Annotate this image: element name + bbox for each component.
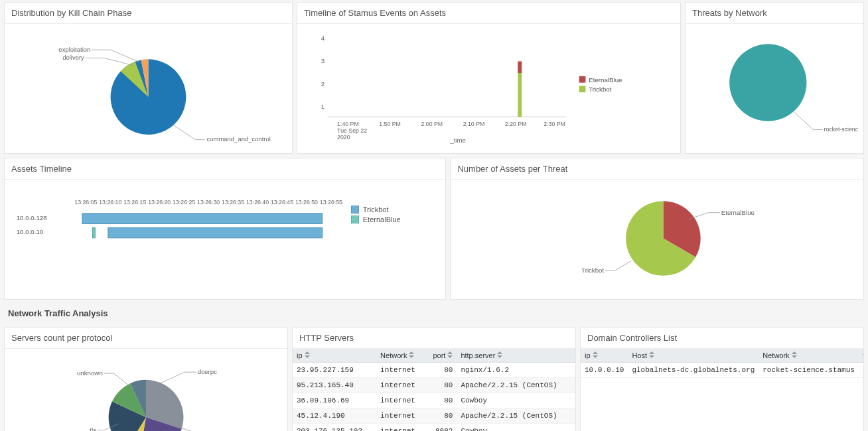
svg-text:rocket-science.stamus: rocket-science.stamus [824,126,858,133]
table-row[interactable]: 95.213.165.40internet80Apache/2.2.15 (Ce… [293,378,575,393]
label-delivery: delivery [62,54,84,61]
svg-line-67 [113,373,129,386]
panel-assets-per-threat: Number of Assets per Threat EternalBlue … [450,158,864,300]
col-network[interactable]: Network [759,349,859,363]
svg-text:Trickbot: Trickbot [589,86,612,93]
sort-icon[interactable] [305,351,310,358]
svg-text:Tue Sep 22: Tue Sep 22 [337,127,367,134]
svg-text:2:00 PM: 2:00 PM [421,121,443,127]
svg-text:13:26:20: 13:26:20 [148,199,171,206]
svg-point-26 [729,44,806,121]
svg-text:10.0.0.10: 10.0.0.10 [17,228,44,235]
svg-line-2 [104,58,133,65]
svg-text:13:26:50: 13:26:50 [295,199,318,206]
svg-text:unknown: unknown [77,369,103,377]
svg-text:3: 3 [321,57,325,64]
label-c2: command_and_control [207,135,271,143]
svg-line-49 [615,261,631,271]
panel-title: Distribution by Kill Chain Phase [5,3,292,24]
svg-rect-22 [579,76,586,83]
svg-text:2:20 PM: 2:20 PM [505,121,527,127]
panel-dc-list: Domain Controllers List ip Host Network … [580,327,864,431]
svg-text:4: 4 [321,34,325,42]
label-exploitation: exploitation [58,46,90,53]
panel-title: Assets Timeline [5,158,445,180]
panel-title: HTTP Servers [293,328,575,349]
svg-text:1:40 PM: 1:40 PM [337,121,359,127]
panel-threats-network: Threats by Network rocket-science.stamus [685,2,864,154]
sort-icon[interactable] [649,351,654,358]
panel-title: Threats by Network [686,3,863,24]
svg-text:1:50 PM: 1:50 PM [379,121,401,127]
svg-text:2:30 PM: 2:30 PM [543,121,565,127]
chart-threats-network[interactable]: rocket-science.stamus [686,24,863,153]
col-network[interactable]: Network [376,349,425,363]
svg-text:_time: _time [449,137,466,144]
panel-title: Domain Controllers List [581,328,863,349]
col-ip[interactable]: ip [581,349,628,363]
svg-text:2: 2 [321,80,325,88]
svg-rect-12 [518,62,522,74]
sort-icon[interactable] [792,351,797,358]
http-servers-table[interactable]: ip Network port http.server 23.95.227.15… [293,349,575,431]
svg-line-52 [159,372,184,384]
col-host[interactable]: Host [628,349,759,363]
section-network-traffic: Network Traffic Analysis [0,302,868,325]
sort-icon[interactable] [593,351,598,358]
legend-trickbot[interactable]: Trickbot [351,206,401,214]
svg-text:13:26:40: 13:26:40 [246,199,269,206]
col-first-seen[interactable]: first_seen [859,349,863,363]
table-row[interactable]: 203.176.135.102internet8082Cowboy [293,424,575,432]
panel-servers-protocol: Servers count per protocol dcerpc http t… [4,327,288,431]
panel-timeline-events: Timeline of Stamus Events on Assets 4 3 … [297,2,681,154]
svg-rect-45 [108,227,323,238]
svg-line-4 [173,125,195,140]
svg-text:Trickbot: Trickbot [582,267,605,274]
panel-title: Number of Assets per Threat [451,158,863,180]
svg-text:13:26:35: 13:26:35 [222,199,244,206]
svg-text:13:26:10: 13:26:10 [99,199,121,206]
svg-text:13:26:55: 13:26:55 [320,199,342,206]
chart-timeline-events[interactable]: 4 3 2 1 1:40 PM 1:50 PM 2:00 PM 2:10 PM … [297,24,680,153]
svg-text:tls: tls [90,426,96,431]
chart-killchain[interactable]: exploitation delivery command_and_contro… [5,24,292,153]
svg-text:13:26:25: 13:26:25 [173,199,195,206]
svg-rect-42 [82,214,323,224]
panel-title: Timeline of Stamus Events on Assets [297,3,680,24]
svg-line-27 [794,111,813,129]
panel-killchain: Distribution by Kill Chain Phase exploit… [4,2,293,154]
svg-text:EternalBlue: EternalBlue [589,76,622,84]
svg-text:dcerpc: dcerpc [198,368,217,375]
svg-text:2020: 2020 [337,134,350,141]
panel-title: Servers count per protocol [5,328,287,349]
table-row[interactable]: 10.0.0.10globalnets-dc.globalnets.orgroc… [581,363,863,378]
table-row[interactable]: 36.89.106.69internet80Cowboy [293,393,575,408]
col-ip[interactable]: ip [293,349,376,363]
table-row[interactable]: 45.12.4.190internet80Apache/2.2.15 (Cent… [293,408,575,424]
svg-text:EternalBlue: EternalBlue [721,209,755,216]
svg-rect-44 [93,227,96,238]
svg-text:2:10 PM: 2:10 PM [463,121,485,127]
svg-rect-24 [579,86,586,93]
sort-icon[interactable] [409,351,414,358]
svg-text:1: 1 [321,103,325,110]
svg-line-0 [111,50,141,62]
legend-eternalblue[interactable]: EternalBlue [351,216,401,223]
svg-text:13:26:15: 13:26:15 [123,199,146,206]
svg-text:13:26:05: 13:26:05 [74,199,97,206]
chart-assets-timeline[interactable]: 13:26:0513:26:1013:26:15 13:26:2013:26:2… [5,180,445,299]
sort-icon[interactable] [447,351,453,358]
panel-http-servers: HTTP Servers ip Network port http.server… [292,327,576,431]
dc-list-table[interactable]: ip Host Network first_seen last_seen 10.… [581,349,863,378]
col-port[interactable]: port [425,349,457,363]
panel-assets-timeline: Assets Timeline 13:26:0513:26:1013:26:15… [4,158,446,300]
svg-text:13:26:30: 13:26:30 [197,199,220,206]
chart-servers-protocol[interactable]: dcerpc http tls smb krb5 unknown [5,349,287,431]
svg-text:13:26:45: 13:26:45 [271,199,293,206]
svg-text:10.0.0.128: 10.0.0.128 [17,214,47,221]
table-row[interactable]: 23.95.227.159internet80nginx/1.6.2 [293,363,575,378]
sort-icon[interactable] [497,351,502,358]
col-server[interactable]: http.server [457,349,575,363]
chart-assets-per-threat[interactable]: EternalBlue Trickbot [451,180,863,299]
